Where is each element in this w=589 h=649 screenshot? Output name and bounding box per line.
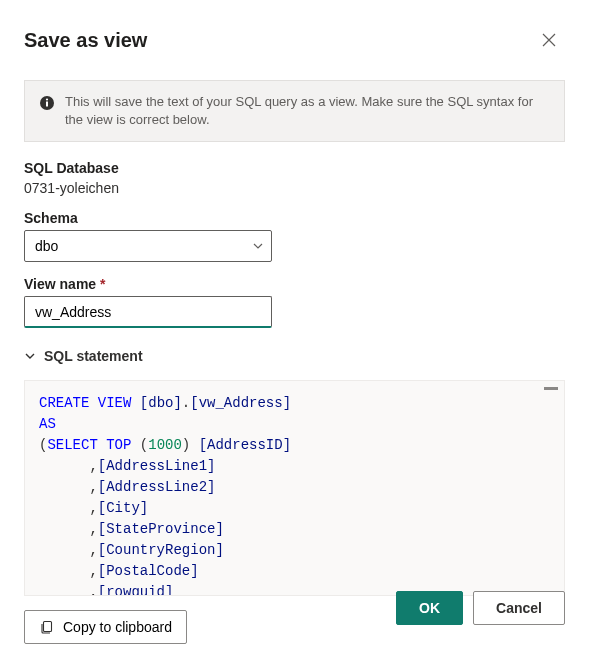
schema-select[interactable]: dbo [24, 230, 272, 262]
info-icon [39, 95, 55, 111]
cancel-button[interactable]: Cancel [473, 591, 565, 625]
close-button[interactable] [533, 24, 565, 56]
code-minimap [544, 387, 558, 390]
database-value: 0731-yoleichen [24, 180, 565, 196]
required-marker: * [100, 276, 105, 292]
close-icon [541, 32, 557, 48]
info-text: This will save the text of your SQL quer… [65, 93, 550, 129]
chevron-down-icon [24, 350, 36, 362]
svg-rect-2 [46, 102, 48, 107]
viewname-label-text: View name [24, 276, 96, 292]
copy-icon [39, 619, 55, 635]
copy-to-clipboard-button[interactable]: Copy to clipboard [24, 610, 187, 644]
sql-code-block[interactable]: CREATE VIEW [dbo].[vw_Address] AS (SELEC… [24, 380, 565, 596]
schema-field: Schema dbo [24, 210, 565, 262]
schema-label: Schema [24, 210, 565, 226]
info-banner: This will save the text of your SQL quer… [24, 80, 565, 142]
dialog-footer: OK Cancel [396, 591, 565, 625]
schema-select-wrap: dbo [24, 230, 272, 262]
dialog-title: Save as view [24, 29, 147, 52]
svg-point-1 [46, 98, 48, 100]
viewname-label: View name * [24, 276, 565, 292]
database-field: SQL Database 0731-yoleichen [24, 160, 565, 196]
viewname-field: View name * [24, 276, 565, 328]
svg-rect-3 [44, 622, 52, 632]
sql-statement-toggle[interactable]: SQL statement [24, 348, 565, 364]
ok-button[interactable]: OK [396, 591, 463, 625]
copy-button-label: Copy to clipboard [63, 619, 172, 635]
dialog-header: Save as view [24, 24, 565, 56]
sql-statement-label: SQL statement [44, 348, 143, 364]
database-label: SQL Database [24, 160, 565, 176]
viewname-input[interactable] [24, 296, 272, 328]
